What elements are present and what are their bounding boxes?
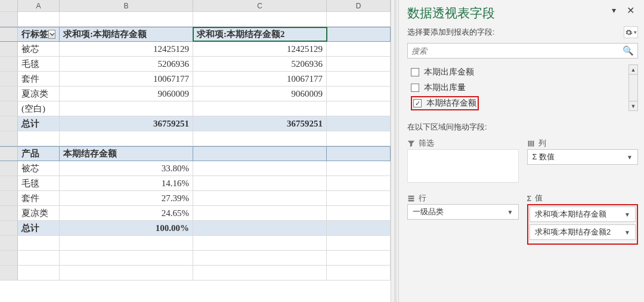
table-row[interactable]: 套件1006717710067177 xyxy=(0,72,391,87)
layout-options-button[interactable]: ▾ xyxy=(624,26,638,38)
pivot2-header-row: 产品 本期结存金额 xyxy=(0,146,391,161)
field-label: 本期结存金额 xyxy=(426,98,476,109)
scroll-down-icon[interactable]: ▼ xyxy=(629,101,637,110)
col-header-B[interactable]: B xyxy=(60,0,193,11)
filter-icon xyxy=(407,140,415,147)
pivot1-total-row[interactable]: 总计3675925136759251 xyxy=(0,116,391,131)
zone-chip-value-2[interactable]: 求和项:本期结存金额2▼ xyxy=(530,224,636,240)
search-input[interactable]: 🔍 xyxy=(407,43,638,58)
col-header-A[interactable]: A xyxy=(18,0,60,11)
search-field[interactable] xyxy=(411,47,623,56)
pivot1-rowlabel-header[interactable]: 行标签 xyxy=(18,27,60,41)
pane-title: 数据透视表字段 xyxy=(407,5,638,21)
minimize-icon[interactable]: ▾ xyxy=(608,5,619,16)
table-row[interactable]: 毛毯52069365206936 xyxy=(0,57,391,72)
table-row[interactable]: 夏凉类24.65% xyxy=(0,206,391,221)
scroll-up-icon[interactable]: ▲ xyxy=(629,65,637,75)
chevron-down-icon: ▼ xyxy=(624,229,630,236)
col-header-D[interactable]: D xyxy=(327,0,391,11)
zone-values-dropzone[interactable]: 求和项:本期结存金额▼ 求和项:本期结存金额2▼ xyxy=(527,204,639,245)
pivot2-prod-header[interactable]: 产品 xyxy=(18,147,60,161)
sigma-icon: Σ xyxy=(527,194,532,203)
chevron-down-icon: ▼ xyxy=(627,154,633,161)
zone-chip-sigma-values[interactable]: Σ 数值▼ xyxy=(527,149,639,165)
pivot1-sum2-header[interactable]: 求和项:本期结存金额2 xyxy=(193,27,327,41)
pivot2-amt-header[interactable]: 本期结存金额 xyxy=(60,147,193,161)
filter-dropdown-icon[interactable] xyxy=(48,30,55,39)
chevron-down-icon: ▼ xyxy=(507,209,513,215)
pivot1-header-row: 行标签 求和项:本期结存金额 求和项:本期结存金额2 xyxy=(0,27,391,42)
pivot2-total-row[interactable]: 总计100.00% xyxy=(0,221,391,236)
field-list: 本期出库金额 本期出库量 ✓ 本期结存金额 ▲ ▼ xyxy=(407,64,638,111)
field-list-scrollbar[interactable]: ▲ ▼ xyxy=(628,64,638,111)
pivottable-fields-pane: ▾ ✕ 数据透视表字段 选择要添加到报表的字段: ▾ 🔍 本期出库金额 本期出库… xyxy=(399,0,644,302)
columns-icon xyxy=(527,140,535,147)
zone-filter-dropzone[interactable] xyxy=(407,149,519,183)
spreadsheet-grid[interactable]: A B C D 行标签 求和项:本期结存金额 求和项:本期结存金额2 xyxy=(0,0,391,302)
chevron-down-icon: ▼ xyxy=(624,211,630,218)
field-item-highlighted[interactable]: ✓ 本期结存金额 xyxy=(407,95,628,111)
table-row[interactable]: 夏凉类90600099060009 xyxy=(0,87,391,101)
pivot1-sum1-header[interactable]: 求和项:本期结存金额 xyxy=(60,27,193,41)
table-row[interactable]: 被芯33.80% xyxy=(0,161,391,176)
table-row[interactable]: 套件27.39% xyxy=(0,191,391,206)
checkbox-icon[interactable] xyxy=(411,68,419,76)
close-icon[interactable]: ✕ xyxy=(625,5,636,16)
field-label: 本期出库金额 xyxy=(424,67,474,78)
table-row[interactable]: (空白) xyxy=(0,101,391,116)
zone-columns-dropzone[interactable]: Σ 数值▼ xyxy=(527,149,639,167)
checkbox-checked-icon[interactable]: ✓ xyxy=(413,99,422,107)
chevron-down-icon: ▾ xyxy=(634,29,637,35)
zone-chip-value-1[interactable]: 求和项:本期结存金额▼ xyxy=(530,207,636,222)
zone-filter-label: 筛选 xyxy=(407,137,519,149)
checkbox-icon[interactable] xyxy=(411,84,419,92)
gear-icon xyxy=(625,29,633,36)
drag-hint-label: 在以下区域间拖动字段: xyxy=(407,122,638,132)
zone-values-label: Σ 值 xyxy=(527,192,639,204)
field-label: 本期出库量 xyxy=(424,82,466,93)
table-row[interactable]: 被芯1242512912425129 xyxy=(0,42,391,57)
zone-columns-label: 列 xyxy=(527,137,639,149)
field-item[interactable]: 本期出库量 xyxy=(407,80,628,95)
zone-chip-row-field[interactable]: 一级品类▼ xyxy=(407,204,519,220)
zone-rows-label: 行 xyxy=(407,192,519,204)
search-icon: 🔍 xyxy=(623,45,634,56)
table-row[interactable]: 毛毯14.16% xyxy=(0,176,391,191)
column-headers: A B C D xyxy=(0,0,391,12)
field-item[interactable]: 本期出库金额 xyxy=(407,64,628,80)
rows-icon xyxy=(407,195,415,202)
zone-rows-dropzone[interactable]: 一级品类▼ xyxy=(407,204,519,222)
pane-splitter[interactable] xyxy=(391,0,399,302)
pane-subtitle: 选择要添加到报表的字段: xyxy=(407,27,495,38)
col-header-C[interactable]: C xyxy=(193,0,327,11)
